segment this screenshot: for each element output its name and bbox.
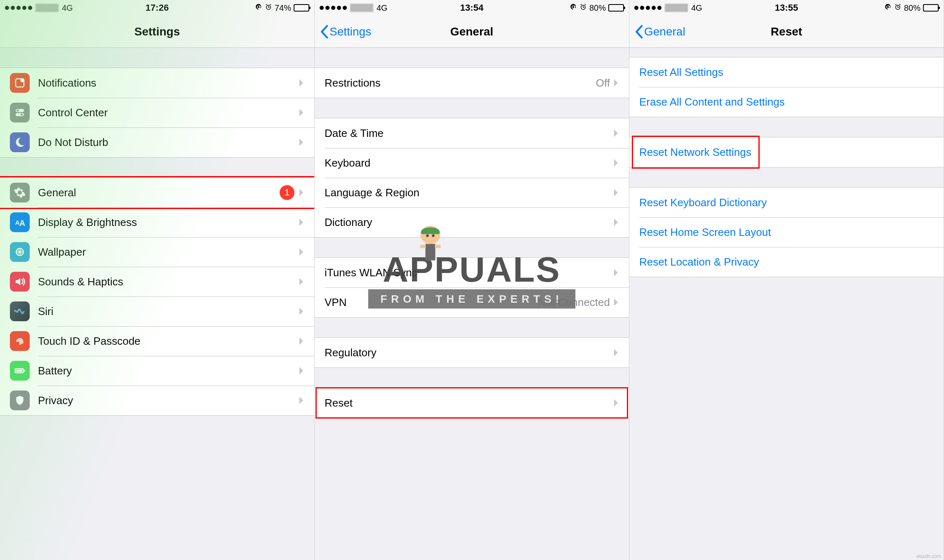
battery-percent: 74% [275,3,291,13]
network-type: 4G [62,3,73,13]
network-type: 4G [691,3,702,13]
chevron-right-icon [613,158,619,167]
reset-row-all-settings[interactable]: Reset All Settings [629,57,944,87]
reset-row-network[interactable]: Reset Network Settings [629,137,944,167]
nav-title: Reset [771,25,802,38]
sounds-icon [10,272,30,292]
chevron-right-icon [613,348,619,357]
settings-row-do-not-disturb[interactable]: Do Not Disturb [0,127,314,157]
cell-label: iTunes WLAN Sync [325,266,417,279]
svg-rect-12 [16,370,22,372]
nav-bar: General Reset [629,16,944,48]
chevron-right-icon [613,129,619,138]
cell-label: Touch ID & Passcode [38,335,141,348]
chevron-right-icon [299,396,304,405]
cell-label: Dictionary [325,216,372,229]
cell-label: VPN [325,296,346,309]
settings-row-touchid[interactable]: Touch ID & Passcode [0,326,314,356]
cell-label: Display & Brightness [38,216,137,229]
svg-point-2 [20,78,24,82]
cell-label: Restrictions [325,77,381,89]
settings-row-siri[interactable]: Siri [0,296,314,326]
cell-label: Reset Network Settings [639,146,751,159]
chevron-right-icon [299,218,304,227]
general-row-vpn[interactable]: VPN Not Connected [315,287,629,317]
clock-time: 13:54 [460,2,483,13]
nav-back-label: General [644,25,685,38]
general-row-dictionary[interactable]: Dictionary [315,207,629,237]
siri-icon [10,301,30,321]
cell-label: Date & Time [325,127,384,140]
chevron-right-icon [299,247,304,256]
battery-icon [923,4,939,12]
nav-title: Settings [134,25,180,38]
settings-row-display[interactable]: AA Display & Brightness [0,207,314,237]
carrier-blur [350,4,373,12]
screen-general: 4G 13:54 80% Settings General Restrictio… [315,0,629,560]
settings-row-battery[interactable]: Battery [0,356,314,386]
moon-icon [10,132,30,152]
source-watermark: wsxdn.com [916,553,941,559]
settings-row-notifications[interactable]: Notifications [0,68,314,98]
cell-label: Keyboard [325,157,370,169]
status-bar: 4G 13:55 80% [629,0,944,16]
general-row-restrictions[interactable]: Restrictions Off [315,68,629,98]
chevron-left-icon [320,25,329,39]
control-center-icon [10,103,30,122]
nav-back-label: Settings [330,25,371,38]
nav-bar: Settings General [315,16,629,48]
cell-label: Notifications [38,77,97,89]
settings-row-general[interactable]: General 1 [0,178,314,207]
battery-icon [608,4,624,12]
svg-point-4 [17,110,19,112]
chevron-right-icon [613,268,619,277]
chevron-right-icon [613,398,619,407]
signal-dots-icon [634,6,662,10]
cell-label: Reset Location & Privacy [639,256,759,268]
nav-title: General [450,25,493,38]
nav-bar: Settings [0,16,314,48]
settings-list: Notifications Control Center Do Not Dist… [0,48,314,435]
battery-percent: 80% [904,3,920,13]
reset-row-location-privacy[interactable]: Reset Location & Privacy [629,247,944,277]
settings-row-control-center[interactable]: Control Center [0,98,314,127]
reset-row-home-layout[interactable]: Reset Home Screen Layout [629,217,944,247]
screen-reset: 4G 13:55 80% General Reset Reset All Set… [629,0,944,560]
general-row-language[interactable]: Language & Region [315,178,629,207]
cell-label: Privacy [38,394,73,407]
reset-row-erase-all[interactable]: Erase All Content and Settings [629,87,944,117]
reset-row-keyboard-dict[interactable]: Reset Keyboard Dictionary [629,188,944,217]
general-row-regulatory[interactable]: Regulatory [315,338,629,367]
settings-row-privacy[interactable]: Privacy [0,386,314,415]
settings-row-sounds[interactable]: Sounds & Haptics [0,267,314,296]
battery-row-icon [10,361,30,381]
cell-label: Wallpaper [38,246,86,259]
nav-back-button[interactable]: General [634,25,685,39]
cell-label: Siri [38,305,54,318]
status-bar: 4G 13:54 80% [315,0,629,16]
general-list: Restrictions Off Date & Time Keyboard La… [315,48,629,438]
signal-dots-icon [5,6,32,10]
notifications-icon [10,73,30,93]
chevron-right-icon [299,78,304,87]
general-row-keyboard[interactable]: Keyboard [315,148,629,178]
nav-back-button[interactable]: Settings [320,25,371,39]
carrier-blur [35,4,59,12]
chevron-right-icon [613,188,619,197]
svg-rect-13 [24,370,25,372]
display-icon: AA [10,212,30,232]
settings-row-wallpaper[interactable]: Wallpaper [0,237,314,267]
wallpaper-icon [10,242,30,262]
clock-time: 13:55 [775,2,798,13]
touchid-icon [10,331,30,351]
badge-count: 1 [280,185,294,200]
chevron-right-icon [299,188,304,197]
alarm-icon [579,3,587,13]
svg-text:A: A [19,219,25,228]
carrier-blur [665,4,688,12]
chevron-right-icon [613,78,619,87]
general-row-reset[interactable]: Reset [315,388,629,418]
general-row-date-time[interactable]: Date & Time [315,118,629,148]
general-row-itunes-sync[interactable]: iTunes WLAN Sync [315,258,629,287]
chevron-right-icon [299,138,304,147]
